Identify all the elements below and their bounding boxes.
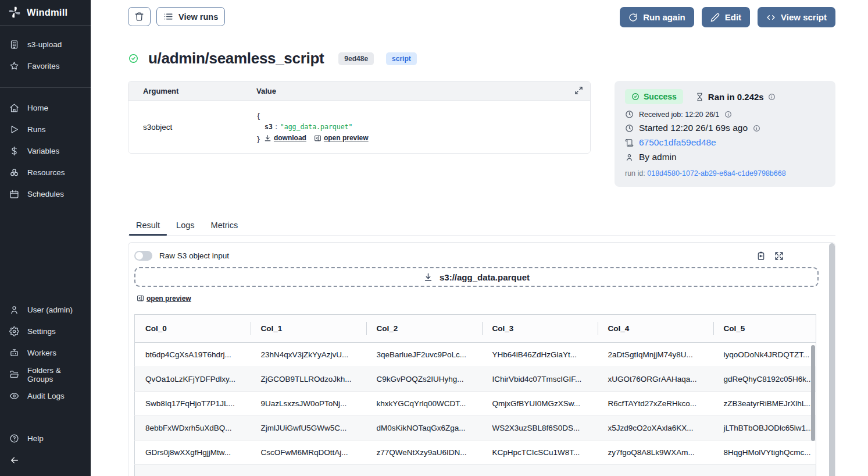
json-key: s3 [265,123,273,131]
table-cell: ZjGCOB9TLLROdzoJkh... [251,367,366,392]
panel-scrollbar-thumb[interactable] [829,243,835,476]
info-icon[interactable] [753,125,760,132]
expand-icon[interactable] [774,251,784,261]
result-table-container: Col_0Col_1Col_2Col_3Col_4Col_5 bt6dp4CgX… [134,314,816,476]
json-string-value: "agg_data.parquet" [280,123,353,131]
sidebar-item-help[interactable]: Help [0,428,91,449]
table-cell: KCpHpcTCIcSCu1W8T... [482,441,598,465]
column-header: Col_0 [135,315,251,343]
arrow-left-icon [9,455,81,466]
table-cell: xUGOt76ORGrAAHaqa... [598,367,713,392]
raw-s3-toggle-label: Raw S3 object input [159,251,229,260]
result-table: Col_0Col_1Col_2Col_3Col_4Col_5 bt6dp4CgX… [134,314,816,476]
sidebar-item-label: Home [27,104,48,112]
sidebar-item-variables[interactable]: Variables [0,140,91,162]
table-cell: GDrs0j8wXXgfHgjjMtw... [135,441,251,465]
resources-icon [9,168,19,177]
edit-button[interactable]: Edit [702,7,750,27]
argument-column-header: Argument [128,87,256,95]
calendar-icon [9,189,19,199]
expand-icon[interactable] [574,86,583,95]
run-id-row: run id: 018d4580-1072-ab29-e6a4-c1de9798… [625,169,825,177]
main-content: View runs Run again Edit [91,0,868,476]
copy-to-clipboard-icon[interactable] [756,251,766,261]
sidebar-item-label: Favorites [27,62,60,70]
edit-label: Edit [725,12,741,22]
run-id-link[interactable]: 018d4580-1072-ab29-e6a4-c1de9798b668 [647,169,785,177]
sidebar-item-audit-logs[interactable]: Audit Logs [0,385,91,407]
robot-icon [9,348,19,358]
table-scrollbar-thumb[interactable] [811,345,815,441]
download-icon [423,272,433,282]
info-icon[interactable] [724,111,732,118]
arguments-table-header: Argument Value [128,81,590,101]
sidebar-item-label: Schedules [27,190,64,198]
table-row-partial [135,465,816,476]
raw-s3-toggle[interactable] [134,251,152,261]
duration-text: Ran in 0.242s [695,92,776,102]
info-icon[interactable] [768,93,776,101]
open-preview-link[interactable]: open preview [137,294,191,303]
column-header: Col_1 [251,315,366,343]
sidebar-item-resources[interactable]: Resources [0,162,91,183]
table-cell: iyqoODoNk4JRDQTZT... [713,343,816,367]
sidebar-item-home[interactable]: Home [0,97,91,119]
star-icon [9,61,19,71]
column-header: Col_4 [598,315,713,343]
table-cell: khxkYGCqYrlq00WCDT... [366,392,482,416]
table-cell: jLThBTbOBJODlc65lw1... [713,416,816,441]
json-open-brace: { [256,111,590,122]
json-colon: : [273,123,280,131]
sidebar-collapse[interactable] [0,449,91,473]
sidebar-item-settings[interactable]: Settings [0,321,91,342]
tab-logs[interactable]: Logs [168,216,202,235]
app-name: Windmill [27,7,67,18]
open-preview-link[interactable]: open preview [314,133,369,144]
sidebar-item-label: Audit Logs [27,392,65,400]
sidebar-item-favorites[interactable]: Favorites [0,55,91,77]
sidebar-item-runs[interactable]: Runs [0,119,91,140]
sidebar-item-schedules[interactable]: Schedules [0,183,91,205]
view-script-button[interactable]: View script [758,7,835,27]
script-hash-badge[interactable]: 9ed48e [338,52,374,65]
table-cell: C9kGvPOQZs2IUHyhg... [366,367,482,392]
sidebar-item-user[interactable]: User (admin) [0,299,91,321]
s3-file-download-box[interactable]: s3://agg_data.parquet [134,267,819,287]
list-icon [163,12,173,22]
sidebar-item-workers[interactable]: Workers [0,342,91,364]
table-cell: x5Jzd9cO2oXAxla6KX... [598,416,713,441]
play-icon [9,125,19,134]
app-logo[interactable]: Windmill [0,0,91,26]
column-header: Col_3 [482,315,598,343]
trash-icon [134,12,144,22]
table-row: QvOa1oLzKFjYDFPdlxy...ZjGCOB9TLLROdzoJkh… [135,367,816,392]
sidebar-item-folders-groups[interactable]: Folders & Groups [0,364,91,385]
sidebar-item-workspace[interactable]: s3-upload [0,34,91,55]
value-column-header: Value [256,87,590,95]
sidebar-divider [0,87,91,88]
table-cell: 2aDtSgtIqMnjjM74y8U... [598,343,713,367]
table-cell: IChirVbid4c07TmscIGIF... [482,367,598,392]
delete-run-button[interactable] [128,7,151,26]
tab-result[interactable]: Result [128,216,168,235]
home-icon [9,103,19,113]
clock-icon [625,110,634,119]
sidebar-nav-group: Home Runs Variables Res [0,89,91,208]
sidebar-item-label: Resources [27,168,65,177]
pencil-icon [710,13,720,22]
table-cell: YHb64iB46ZdHzGlaYt... [482,343,598,367]
download-link[interactable]: download [264,133,306,144]
eye-icon [9,391,19,401]
refresh-icon [628,13,638,22]
run-info-panel: Success Ran in 0.242s [615,81,835,187]
tab-metrics[interactable]: Metrics [203,216,247,235]
clock-icon [625,124,634,133]
job-hash-link[interactable]: 6750c1dfa59ed48e [639,137,716,148]
run-again-button[interactable]: Run again [620,7,694,27]
run-id-label: run id: [625,169,645,177]
table-cell: R6cfTAYtd27xZeRHkco... [598,392,713,416]
view-script-label: View script [781,12,827,22]
view-runs-button[interactable]: View runs [156,7,225,26]
table-cell: gdReQhyC8192c05H6k.. [713,367,816,392]
table-cell: ZjmlJUiGwfU5GWw5C... [251,416,366,441]
